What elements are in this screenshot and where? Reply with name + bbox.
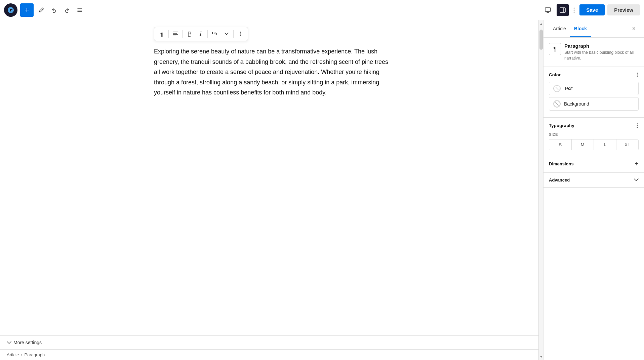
desktop-view-button[interactable] <box>542 4 554 16</box>
top-bar-left: + <box>4 3 85 17</box>
ellipsis-icon <box>637 72 638 78</box>
svg-point-15 <box>637 123 638 124</box>
toolbar-separator-1 <box>168 30 169 38</box>
size-label: SIZE <box>549 132 639 136</box>
block-options-button[interactable] <box>235 29 246 39</box>
link-button[interactable] <box>209 29 220 39</box>
color-text-option[interactable]: Text <box>549 82 639 95</box>
preview-button[interactable]: Preview <box>607 4 640 15</box>
svg-rect-1 <box>560 8 565 12</box>
bold-button[interactable] <box>184 29 195 39</box>
size-s-button[interactable]: S <box>549 139 572 150</box>
svg-point-17 <box>637 127 638 128</box>
align-button[interactable] <box>170 29 181 39</box>
undo-icon <box>51 7 57 13</box>
sidebar-icon <box>559 7 566 13</box>
color-section: Color Text <box>544 67 644 118</box>
size-xl-button[interactable]: XL <box>616 139 639 150</box>
undo-button[interactable] <box>49 5 59 15</box>
main-area: ¶ <box>0 20 644 360</box>
breadcrumb: Article › Paragraph <box>0 349 543 360</box>
redo-button[interactable] <box>62 5 72 15</box>
svg-rect-0 <box>545 8 551 11</box>
chevron-down-small-icon <box>225 33 229 35</box>
scroll-thumb[interactable] <box>539 30 543 50</box>
panel-close-button[interactable]: × <box>629 24 639 34</box>
block-info: ¶ Paragraph Start with the basic buildin… <box>544 38 644 67</box>
link-icon <box>212 32 218 36</box>
scroll-track[interactable] <box>539 27 543 353</box>
more-settings-bar[interactable]: More settings <box>0 335 543 349</box>
editor-scroll[interactable]: ¶ <box>0 20 543 335</box>
typography-section: Typography SIZE S M L XL <box>544 118 644 155</box>
tab-block[interactable]: Block <box>570 21 591 37</box>
top-bar-right: Save Preview <box>542 4 640 16</box>
top-bar: + <box>0 0 644 20</box>
more-settings-label: More settings <box>13 340 42 345</box>
color-bg-swatch-icon <box>554 100 560 108</box>
svg-point-4 <box>574 11 575 12</box>
sidebar-view-button[interactable] <box>557 4 569 16</box>
add-button[interactable]: + <box>20 3 34 17</box>
svg-point-16 <box>637 125 638 126</box>
paragraph-block[interactable]: Exploring the serene beauty of nature ca… <box>154 46 389 98</box>
italic-button[interactable] <box>195 29 206 39</box>
list-view-button[interactable] <box>75 5 85 15</box>
more-text-options-button[interactable] <box>221 29 232 39</box>
toolbar-separator-4 <box>233 30 234 38</box>
save-button[interactable]: Save <box>579 4 605 15</box>
more-options-button[interactable] <box>571 5 577 15</box>
toolbar-separator-3 <box>207 30 208 38</box>
svg-point-10 <box>637 76 638 77</box>
ellipsis-typography-icon <box>637 123 638 128</box>
pen-icon <box>38 7 44 13</box>
dimensions-section[interactable]: Dimensions + <box>544 155 644 173</box>
svg-point-6 <box>240 34 241 35</box>
breadcrumb-article[interactable]: Article <box>7 352 19 357</box>
ellipsis-vertical-icon <box>573 7 575 13</box>
inline-toolbar: ¶ <box>154 27 248 41</box>
svg-point-5 <box>240 32 241 33</box>
svg-point-7 <box>240 35 241 36</box>
scroll-down-arrow[interactable]: ▼ <box>539 353 543 360</box>
paragraph-style-button[interactable]: ¶ <box>156 29 167 39</box>
italic-icon <box>199 31 202 37</box>
block-details: Paragraph Start with the basic building … <box>564 43 639 61</box>
typography-section-header: Typography <box>549 122 639 129</box>
typography-section-menu-button[interactable] <box>636 122 639 129</box>
plus-icon: + <box>25 6 29 14</box>
advanced-collapse-icon <box>634 178 639 182</box>
color-text-label: Text <box>564 86 573 91</box>
svg-line-12 <box>555 87 558 90</box>
color-background-option[interactable]: Background <box>549 97 639 111</box>
svg-point-2 <box>574 7 575 8</box>
chevron-down-settings-icon <box>7 341 11 344</box>
size-m-button[interactable]: M <box>572 139 594 150</box>
color-text-swatch <box>553 85 561 92</box>
chevron-down-advanced-icon <box>634 178 639 182</box>
scroll-up-arrow[interactable]: ▲ <box>539 20 543 27</box>
typography-section-title: Typography <box>549 123 574 128</box>
color-section-menu-button[interactable] <box>636 72 639 78</box>
size-l-button[interactable]: L <box>594 139 616 150</box>
bold-icon <box>187 31 191 37</box>
breadcrumb-paragraph[interactable]: Paragraph <box>24 352 45 357</box>
svg-point-3 <box>574 9 575 10</box>
dimensions-title: Dimensions <box>549 161 574 166</box>
editor-content: ¶ <box>140 27 403 329</box>
pen-tool-button[interactable] <box>36 5 46 15</box>
svg-point-8 <box>637 73 638 74</box>
svg-line-14 <box>555 102 558 105</box>
block-icon: ¶ <box>549 43 561 55</box>
color-bg-swatch <box>553 100 561 108</box>
color-section-title: Color <box>549 72 561 77</box>
dimensions-expand-icon: + <box>635 160 639 168</box>
advanced-section[interactable]: Advanced <box>544 173 644 188</box>
svg-point-9 <box>637 74 638 75</box>
block-title: Paragraph <box>564 43 639 49</box>
desktop-icon <box>545 7 551 13</box>
redo-icon <box>64 7 70 13</box>
editor-scrollbar[interactable]: ▲ ▼ <box>538 20 543 360</box>
tab-article[interactable]: Article <box>549 21 570 37</box>
logo-button[interactable] <box>4 3 17 17</box>
